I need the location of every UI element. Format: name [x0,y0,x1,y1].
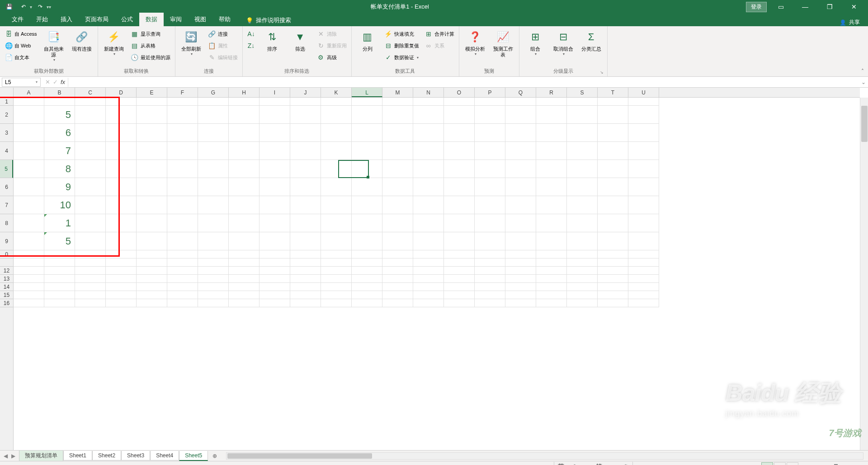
cell[interactable] [198,299,229,307]
cell[interactable] [14,106,44,124]
zoom-in-button[interactable]: + [860,464,863,465]
col-header-C[interactable]: C [75,88,106,97]
cell[interactable] [259,160,290,178]
cell[interactable] [598,98,628,106]
cell[interactable] [14,275,44,283]
cell[interactable] [352,267,382,275]
cell[interactable] [167,250,198,258]
cell[interactable] [475,214,505,232]
column-headers[interactable]: ABCDEFGHIJKLMNOPQRSTU [14,88,860,98]
cell[interactable] [505,258,536,267]
tab-formulas[interactable]: 公式 [115,13,139,26]
col-header-G[interactable]: G [198,88,229,97]
collapse-ribbon-button[interactable]: ˄ [857,26,868,76]
cell[interactable]: 8 [44,160,75,178]
cell[interactable] [598,160,628,178]
cell[interactable] [321,267,352,275]
cell[interactable] [382,196,413,214]
sort-desc-button[interactable]: Z↓ [245,41,257,51]
cell[interactable] [444,214,475,232]
cell[interactable] [444,142,475,160]
cell[interactable] [628,124,659,142]
cell[interactable] [598,299,628,307]
sheet-tab-4[interactable]: Sheet4 [150,451,179,460]
cell[interactable] [229,291,259,299]
cell[interactable] [290,178,321,196]
cell[interactable]: 10 [44,196,75,214]
cell[interactable] [137,124,167,142]
col-header-L[interactable]: L [352,88,382,97]
zoom-control[interactable]: − + [800,464,868,465]
cell[interactable] [321,178,352,196]
cell[interactable] [106,291,137,299]
from-table-button[interactable]: ▤从表格 [129,41,172,51]
cell[interactable] [14,299,44,307]
ribbon-display-button[interactable]: ▭ [770,0,791,14]
cell[interactable] [567,299,598,307]
cell[interactable] [382,283,413,291]
fx-icon[interactable]: fx [61,79,65,85]
cell[interactable] [229,124,259,142]
cell[interactable] [475,291,505,299]
sort-button[interactable]: ⇅排序 [259,28,285,54]
cell[interactable] [444,267,475,275]
row-header-3[interactable]: 3 [0,124,13,142]
cell[interactable] [106,214,137,232]
cell[interactable] [444,124,475,142]
cell[interactable] [75,250,106,258]
cell[interactable] [259,250,290,258]
cell[interactable] [290,299,321,307]
cell[interactable] [413,299,444,307]
cell[interactable] [444,196,475,214]
cell[interactable] [628,258,659,267]
cell[interactable] [382,178,413,196]
cell[interactable] [475,106,505,124]
cell[interactable] [536,178,567,196]
cell[interactable] [229,299,259,307]
cell[interactable] [382,299,413,307]
col-header-B[interactable]: B [44,88,75,97]
cell[interactable] [536,160,567,178]
cell[interactable] [106,142,137,160]
cell[interactable] [167,258,198,267]
cell[interactable] [413,124,444,142]
cell[interactable] [628,98,659,106]
cell[interactable] [75,142,106,160]
cell[interactable] [628,275,659,283]
tab-view[interactable]: 视图 [188,13,212,26]
maximize-button[interactable]: ❐ [819,0,840,14]
row-header-8[interactable]: 8 [0,214,13,232]
cell[interactable] [75,232,106,250]
cell[interactable] [382,98,413,106]
row-header-14[interactable]: 14 [0,283,13,291]
cell[interactable] [413,250,444,258]
cell[interactable] [321,232,352,250]
cell[interactable] [290,258,321,267]
cell[interactable] [137,232,167,250]
from-other-sources-button[interactable]: 📑自其他来源▾ [41,28,67,64]
cell[interactable] [475,232,505,250]
cell[interactable] [475,267,505,275]
cell[interactable] [259,291,290,299]
cell[interactable] [567,106,598,124]
cell[interactable] [567,178,598,196]
cell[interactable] [382,106,413,124]
name-box[interactable]: L5 ▾ [2,78,41,87]
cell[interactable] [475,283,505,291]
row-header-13[interactable]: 13 [0,275,13,283]
tab-nav-next-icon[interactable]: ▶ [11,453,15,459]
cell[interactable] [444,291,475,299]
cell[interactable] [352,291,382,299]
cell[interactable] [229,142,259,160]
cell[interactable] [75,283,106,291]
cell[interactable] [505,98,536,106]
qat-customize-icon[interactable]: ▾ [49,5,51,9]
cell[interactable] [198,267,229,275]
cell[interactable] [413,275,444,283]
col-header-A[interactable]: A [14,88,44,97]
cell[interactable] [567,124,598,142]
cell[interactable] [536,196,567,214]
cell[interactable] [475,98,505,106]
cell[interactable] [413,258,444,267]
cell[interactable] [628,283,659,291]
